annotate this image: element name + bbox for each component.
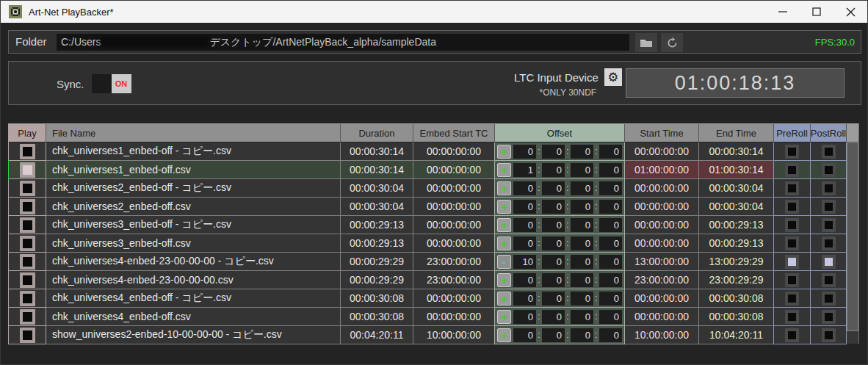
play-checkbox[interactable] xyxy=(20,217,35,233)
offset-seconds-field[interactable]: 0 xyxy=(571,218,593,232)
play-checkbox[interactable] xyxy=(20,199,35,214)
offset-sign-button[interactable]: + xyxy=(497,163,511,177)
offset-sign-button[interactable]: + xyxy=(497,328,511,342)
preroll-checkbox[interactable] xyxy=(785,181,799,195)
table-row[interactable]: chk_universes4_enbed-off - コピー.csv 00:00… xyxy=(9,289,847,308)
offset-seconds-field[interactable]: 0 xyxy=(571,181,593,195)
offset-hours-field[interactable]: 10 xyxy=(513,255,536,269)
postroll-checkbox[interactable] xyxy=(822,328,836,342)
play-checkbox[interactable] xyxy=(20,291,35,306)
postroll-checkbox[interactable] xyxy=(822,145,836,159)
table-row[interactable]: chk_universes2_enbed-off.csv 00:00:30:04… xyxy=(9,198,847,216)
play-checkbox[interactable] xyxy=(20,272,35,288)
vertical-scrollbar[interactable] xyxy=(847,123,859,344)
play-checkbox[interactable] xyxy=(20,328,35,343)
offset-sign-button[interactable]: + xyxy=(497,145,511,159)
minimize-button[interactable] xyxy=(766,1,800,23)
offset-hours-field[interactable]: 0 xyxy=(513,328,536,342)
preroll-checkbox[interactable] xyxy=(785,292,799,306)
offset-minutes-field[interactable]: 0 xyxy=(542,255,565,269)
offset-frames-field[interactable]: 0 xyxy=(599,200,622,214)
postroll-checkbox[interactable] xyxy=(822,236,836,250)
ltc-settings-button[interactable]: ⚙ xyxy=(604,68,622,86)
play-checkbox[interactable] xyxy=(20,254,35,270)
preroll-checkbox[interactable] xyxy=(785,273,799,287)
table-row[interactable]: chk_universes4_enbed-off.csv 00:00:30:08… xyxy=(9,308,847,326)
table-row[interactable]: chk_universes4-enbed-23-00-00-00.csv 00:… xyxy=(9,271,847,289)
offset-minutes-field[interactable]: 0 xyxy=(542,181,565,195)
offset-frames-field[interactable]: 0 xyxy=(599,255,622,269)
preroll-checkbox[interactable] xyxy=(785,200,799,214)
offset-frames-field[interactable]: 0 xyxy=(599,163,622,177)
offset-seconds-field[interactable]: 0 xyxy=(571,163,593,177)
offset-hours-field[interactable]: 0 xyxy=(513,292,536,306)
offset-sign-button[interactable]: + xyxy=(497,292,511,306)
play-checkbox[interactable] xyxy=(20,162,35,178)
maximize-button[interactable] xyxy=(800,1,833,23)
offset-seconds-field[interactable]: 0 xyxy=(571,292,593,306)
offset-minutes-field[interactable]: 0 xyxy=(542,218,565,232)
offset-minutes-field[interactable]: 0 xyxy=(542,145,565,159)
offset-sign-button[interactable]: + xyxy=(497,218,511,232)
offset-frames-field[interactable]: 0 xyxy=(599,310,622,324)
offset-minutes-field[interactable]: 0 xyxy=(542,163,565,177)
offset-seconds-field[interactable]: 0 xyxy=(571,328,593,342)
offset-hours-field[interactable]: 0 xyxy=(513,218,536,232)
play-checkbox[interactable] xyxy=(20,181,35,196)
preroll-checkbox[interactable] xyxy=(785,328,799,342)
postroll-checkbox[interactable] xyxy=(822,181,836,195)
table-row[interactable]: chk_universes3_enbed-off - コピー.csv 00:00… xyxy=(9,216,847,234)
postroll-checkbox[interactable] xyxy=(822,255,836,269)
offset-minutes-field[interactable]: 0 xyxy=(542,292,565,306)
offset-hours-field[interactable]: 0 xyxy=(513,145,536,159)
sync-toggle[interactable]: ON xyxy=(92,74,131,93)
offset-frames-field[interactable]: 0 xyxy=(599,145,622,159)
offset-frames-field[interactable]: 0 xyxy=(599,292,622,306)
offset-hours-field[interactable]: 0 xyxy=(513,200,536,214)
offset-seconds-field[interactable]: 0 xyxy=(571,310,593,324)
table-row[interactable]: chk_universes1_enbed-off.csv 00:00:30:14… xyxy=(9,161,847,179)
table-row[interactable]: show_universes2-enbed-10-00-00-00 - コピー.… xyxy=(9,326,847,344)
offset-seconds-field[interactable]: 0 xyxy=(571,200,593,214)
offset-sign-button[interactable]: + xyxy=(497,273,511,287)
scrollbar-thumb[interactable] xyxy=(847,142,858,331)
postroll-checkbox[interactable] xyxy=(822,310,836,324)
preroll-checkbox[interactable] xyxy=(785,310,799,324)
offset-seconds-field[interactable]: 0 xyxy=(571,273,593,287)
offset-hours-field[interactable]: 0 xyxy=(513,236,536,250)
play-checkbox[interactable] xyxy=(20,309,35,325)
postroll-checkbox[interactable] xyxy=(822,273,836,287)
postroll-checkbox[interactable] xyxy=(822,163,836,177)
preroll-checkbox[interactable] xyxy=(785,236,799,250)
offset-seconds-field[interactable]: 0 xyxy=(571,255,593,269)
offset-sign-button[interactable]: + xyxy=(497,310,511,324)
offset-sign-button[interactable]: - xyxy=(497,255,511,269)
postroll-checkbox[interactable] xyxy=(822,200,836,214)
offset-hours-field[interactable]: 0 xyxy=(513,310,536,324)
table-row[interactable]: chk_universes3_enbed-off.csv 00:00:29:13… xyxy=(9,234,847,253)
folder-path-input[interactable]: C:/Usersデスクトップ/ArtNetPlayBack_alpha/samp… xyxy=(57,34,629,51)
offset-frames-field[interactable]: 0 xyxy=(599,236,622,250)
offset-hours-field[interactable]: 0 xyxy=(513,181,536,195)
offset-minutes-field[interactable]: 0 xyxy=(542,273,565,287)
postroll-checkbox[interactable] xyxy=(822,292,836,306)
browse-folder-button[interactable] xyxy=(635,33,657,52)
table-row[interactable]: chk_universes1_enbed-off - コピー.csv 00:00… xyxy=(9,142,847,161)
offset-sign-button[interactable]: + xyxy=(497,200,511,214)
preroll-checkbox[interactable] xyxy=(785,255,799,269)
play-checkbox[interactable] xyxy=(20,144,35,159)
preroll-checkbox[interactable] xyxy=(785,218,799,232)
preroll-checkbox[interactable] xyxy=(785,163,799,177)
offset-seconds-field[interactable]: 0 xyxy=(571,236,593,250)
offset-sign-button[interactable]: + xyxy=(497,181,511,195)
play-checkbox[interactable] xyxy=(20,236,35,251)
offset-hours-field[interactable]: 0 xyxy=(513,273,536,287)
table-row[interactable]: chk_universes2_enbed-off - コピー.csv 00:00… xyxy=(9,179,847,198)
offset-minutes-field[interactable]: 0 xyxy=(542,328,565,342)
offset-sign-button[interactable]: + xyxy=(497,236,511,250)
offset-frames-field[interactable]: 0 xyxy=(599,273,622,287)
offset-frames-field[interactable]: 0 xyxy=(599,181,622,195)
close-button[interactable] xyxy=(833,1,867,23)
table-row[interactable]: chk_universes4-enbed-23-00-00-00 - コピー.c… xyxy=(9,253,847,271)
offset-minutes-field[interactable]: 0 xyxy=(542,310,565,324)
